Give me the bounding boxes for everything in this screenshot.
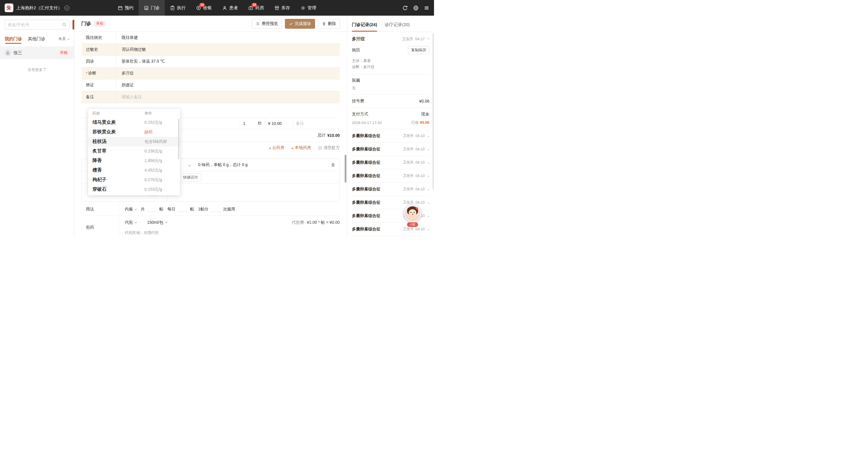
date-filter[interactable]: 今天 — [58, 36, 69, 41]
assistant-mascot[interactable]: 小家 — [403, 205, 422, 227]
delete-prescription-icon[interactable] — [331, 163, 335, 167]
records-tabs: 门诊记录(24) 诊疗记录(20) — [347, 15, 434, 32]
record-item[interactable]: 多囊卵巢综合征卫东升04-10 — [352, 129, 429, 143]
patient-list-item[interactable]: 张三 草稿 — [0, 46, 74, 59]
nav-label: 库存 — [281, 5, 290, 11]
nav-admin[interactable]: 管理 — [295, 0, 321, 15]
times-input[interactable] — [211, 207, 221, 212]
chevron-down-icon[interactable] — [188, 164, 191, 166]
nav-outpatient[interactable]: 门诊 — [139, 0, 165, 15]
nav-label: 执行 — [177, 5, 186, 11]
form-row-diagnosis: *诊断 多汗症 — [82, 68, 340, 79]
item-price-cell[interactable]: ¥ 10.00 — [265, 118, 293, 129]
main-nav: 预约 门诊 执行 14 收银 患者 19 药房 库存 管理 — [113, 0, 321, 15]
search-input[interactable] — [8, 22, 60, 27]
add-local-pharmacy-button[interactable]: +本地药房 — [291, 145, 311, 150]
list-icon — [256, 22, 260, 26]
dropdown-option[interactable]: 苏铁贯众炭缺药 — [88, 127, 180, 137]
refresh-icon[interactable] — [402, 5, 408, 11]
dropdown-option[interactable]: 穿破石0.153元/g — [88, 184, 180, 194]
diagnosis-field[interactable]: 多汗症 — [116, 68, 340, 79]
record-item[interactable]: 多囊卵巢综合征卫东升04-10 — [352, 236, 429, 236]
record-date: 04-17 — [415, 37, 425, 41]
item-qty-cell[interactable]: 1针 — [240, 118, 265, 129]
usage-method-select[interactable]: 内服 — [125, 207, 137, 212]
fee-preview-button[interactable]: 费用预览 — [252, 19, 282, 29]
main-scrollbar-thumb[interactable] — [345, 155, 346, 182]
delete-button[interactable]: 删除 — [318, 19, 340, 29]
received-label: 已收 — [411, 120, 419, 125]
decoction-method-select[interactable]: 代煎 — [125, 220, 137, 225]
tab-outpatient-records[interactable]: 门诊记录(24) — [352, 22, 377, 32]
chevron-down-icon — [427, 201, 430, 203]
decoction-spec-select[interactable]: 150ml/包 — [147, 220, 167, 225]
payment-label: 支付方式 — [352, 111, 368, 117]
nav-label: 管理 — [308, 5, 316, 11]
nav-patients[interactable]: 患者 — [217, 0, 243, 15]
form-row-remark: 备注 请输入备注 — [82, 91, 340, 103]
dropdown-option-highlighted[interactable]: 桂枝汤包含5味药材 — [88, 137, 180, 146]
chevron-down-icon — [427, 161, 430, 164]
nav-cashier[interactable]: 14 收银 — [191, 0, 217, 15]
no-more-text: 没有更多了 — [0, 59, 74, 80]
syndrome-field[interactable]: 胆虚证 — [116, 79, 340, 91]
allergy-field[interactable]: 否认药物过敏 — [116, 44, 340, 55]
field-label: *诊断 — [82, 68, 116, 79]
total-ties-input[interactable] — [147, 207, 157, 212]
nav-appointment[interactable]: 预约 — [113, 0, 139, 15]
copy-record-button[interactable]: 复制病历 — [408, 46, 429, 54]
chevron-down-icon — [427, 148, 430, 150]
clinic-name: 上海抱朴2（汇付支付） — [16, 5, 62, 11]
received-amount: ¥0.06 — [420, 120, 429, 125]
total-label: 总计 — [317, 133, 326, 138]
tab-other-outpatient[interactable]: 其他门诊 — [28, 32, 45, 45]
globe-icon[interactable] — [413, 5, 418, 11]
total-value: ¥10.00 — [327, 133, 340, 138]
hamburger-menu-icon[interactable] — [424, 5, 429, 11]
dropdown-option[interactable]: 枸杞子0.276元/g — [88, 175, 180, 184]
form-row-history: 既往病史 既往体健 — [82, 32, 340, 44]
four-exams-field[interactable]: 形体壮实，体温 37.0 ℃ — [116, 56, 340, 67]
complete-reception-button[interactable]: 完成接诊 — [285, 19, 315, 29]
daily-ties-input[interactable] — [178, 207, 188, 212]
chevron-down-icon — [134, 207, 137, 210]
record-item[interactable]: 多囊卵巢综合征卫东升04-10 — [352, 182, 429, 196]
nav-inventory[interactable]: 库存 — [269, 0, 295, 15]
item-qty: 1 — [243, 121, 245, 126]
gear-icon — [301, 5, 306, 10]
chief-complaint: 主诉：鼻塞 — [352, 58, 429, 64]
payment-value: 现金 — [421, 111, 429, 117]
history-field[interactable]: 既往体健 — [116, 32, 340, 43]
decoction-row: 煎药 代煎 150ml/包 代煎费¥1.00 * 帖 = ¥0.00 代煎区域：… — [82, 216, 340, 236]
check-icon — [289, 22, 293, 26]
dropdown-scrollbar[interactable] — [178, 119, 179, 159]
prescription-summary: 0 味药，单帖 0 g，总计 0 g — [198, 162, 247, 168]
dropdown-option[interactable]: 炙甘草0.238元/g — [88, 146, 180, 156]
doctor-advice-block: 医嘱 无 — [352, 74, 429, 95]
outpatient-main: 门诊 草稿 费用预览 完成接诊 删除 既往病史 — [74, 15, 347, 236]
nav-execute[interactable]: 执行 — [165, 0, 191, 15]
record-item[interactable]: 多囊卵巢综合征卫东升04-10 — [352, 143, 429, 156]
field-label: 辨证 — [82, 79, 116, 91]
daily-label: 每日 — [167, 207, 176, 212]
diagnosis-line: 诊断：多汗症 — [352, 64, 429, 70]
add-cloud-pharmacy-button[interactable]: +云药房 — [269, 145, 284, 150]
tab-treatment-records[interactable]: 诊疗记录(20) — [385, 22, 410, 32]
tab-my-outpatient[interactable]: 我的门诊 — [5, 32, 22, 45]
clinic-switch-button[interactable] — [64, 5, 69, 10]
dropdown-option[interactable]: 降香1.858元/g — [88, 156, 180, 166]
dropdown-option[interactable]: 绵马贯众炭0.152元/g — [88, 118, 180, 127]
app-logo[interactable]: 朱 — [5, 3, 13, 12]
record-item-expanded[interactable]: 多汗症 卫东升04-17 — [352, 32, 429, 44]
nav-pharmacy[interactable]: 19 药房 — [243, 0, 269, 15]
panel-scrollbar-thumb[interactable] — [433, 33, 434, 190]
dropdown-option[interactable]: 檀香4.452元/g — [88, 166, 180, 175]
record-item[interactable]: 多囊卵巢综合征卫东升04-10 — [352, 169, 429, 182]
quick-recognize-button[interactable]: 快捷识方 — [180, 174, 202, 181]
form-row-allergy: 过敏史 否认药物过敏 — [82, 44, 340, 56]
search-icon[interactable] — [62, 23, 66, 27]
record-item[interactable]: 多囊卵巢综合征卫东升04-10 — [352, 156, 429, 169]
item-note-cell[interactable]: 备注 — [293, 118, 340, 129]
remark-field[interactable]: 请输入备注 — [116, 91, 340, 103]
clear-prescription-button[interactable]: 清空处方 — [318, 145, 340, 150]
